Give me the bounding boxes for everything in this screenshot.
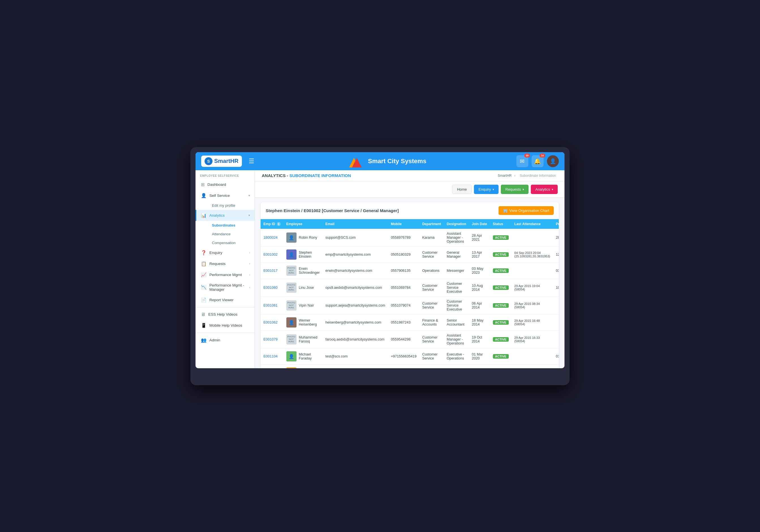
sidebar-item-label-ess-help: ESS Help Videos bbox=[208, 312, 237, 317]
cell-join-date: 01 Mar 2020 bbox=[469, 348, 490, 365]
view-org-chart-button[interactable]: 🏢 View Organisation Chart bbox=[499, 206, 554, 215]
email-notifications-button[interactable]: ✉ 39 bbox=[516, 155, 528, 167]
sidebar-item-mobile-help[interactable]: 📱 Mobile Help Videos bbox=[196, 320, 255, 331]
table-row[interactable]: E001109 👤 Jerish Jose jerish009@scs.com … bbox=[261, 365, 559, 368]
table-row[interactable]: E001104 👤 Michael Faraday test@scs.com +… bbox=[261, 348, 559, 365]
cell-designation: Accountant bbox=[444, 365, 469, 368]
subordinate-panel-header: Stephen Einstein / E001002 [Customer Ser… bbox=[261, 202, 559, 219]
avatar[interactable]: 👤 bbox=[547, 155, 559, 167]
sidebar-item-subordinates[interactable]: Subordinates bbox=[208, 221, 255, 230]
employee-name: Vipin Nair bbox=[299, 303, 314, 307]
sidebar-item-compensation[interactable]: Compensation bbox=[208, 239, 255, 247]
breadcrumb: SmartHR › Subordinate Information bbox=[498, 174, 558, 178]
page-title-suffix: SUBORDINATE INFORMATION bbox=[289, 173, 351, 178]
cell-designation: Assistant Manager - Operations bbox=[444, 331, 469, 348]
cell-department: Operations bbox=[419, 263, 444, 279]
perf-mgmt-icon: 📈 bbox=[201, 272, 207, 278]
col-last-attendance: Last Attendance bbox=[511, 219, 553, 229]
sidebar-item-self-service[interactable]: 👤 Self Service ▾ bbox=[196, 190, 255, 201]
org-chart-btn-label: View Organisation Chart bbox=[509, 208, 549, 213]
cell-join-date: 13 Apr 2017 bbox=[469, 246, 490, 263]
perf-mgmt-mgr-arrow: › bbox=[249, 286, 250, 289]
subordinate-table-container: Emp ID ℹ Employee Email Mobile Departmen… bbox=[261, 219, 559, 368]
cell-mobile: 0557906135 bbox=[388, 263, 419, 279]
sidebar-item-report-viewer[interactable]: 📄 Report Viewer bbox=[196, 294, 255, 305]
sidebar-item-perf-mgmt-mgr[interactable]: 📉 Performance Mgmt - Manager › bbox=[196, 280, 255, 294]
employee-cell: PHOTONOTAVAIL Linu Jose bbox=[286, 283, 320, 293]
sidebar-item-enquiry[interactable]: ❓ Enquiry › bbox=[196, 247, 255, 258]
sidebar-item-label-perf-mgmt-mgr: Performance Mgmt - Manager bbox=[210, 283, 246, 291]
table-row[interactable]: 1B00024 👤 Robin Rony support@SCS.com 055… bbox=[261, 229, 559, 246]
breadcrumb-home-link[interactable]: SmartHR bbox=[498, 174, 511, 178]
col-probation: Probation End Date bbox=[553, 219, 559, 229]
enquiry-btn-label: Enquiry bbox=[478, 187, 491, 192]
sidebar-item-requests[interactable]: 📋 Requests › bbox=[196, 258, 255, 269]
sidebar-item-admin[interactable]: 👥 Admin bbox=[196, 334, 255, 346]
emp-id-link[interactable]: 1B00024 bbox=[263, 236, 278, 240]
photo-placeholder: PHOTONOTAVAIL bbox=[286, 266, 297, 276]
sidebar-item-perf-mgmt[interactable]: 📈 Performance Mgmt › bbox=[196, 269, 255, 280]
cell-employee: PHOTONOTAVAIL Linu Jose bbox=[284, 279, 322, 297]
employee-cell: 👤 Werner Heisenberg bbox=[286, 317, 320, 328]
requests-arrow: › bbox=[249, 262, 250, 265]
cell-emp-id: E001017 bbox=[261, 263, 284, 279]
table-row[interactable]: E001079 PHOTONOTAVAIL Muhammed Farooq fa… bbox=[261, 331, 559, 348]
requests-button[interactable]: Requests ▾ bbox=[501, 185, 529, 194]
emp-id-link[interactable]: E001104 bbox=[263, 354, 278, 358]
sidebar-item-edit-profile[interactable]: Edit my profile bbox=[208, 201, 255, 210]
sidebar-item-attendance[interactable]: Attendance bbox=[208, 230, 255, 239]
table-row[interactable]: E001017 PHOTONOTAVAIL Erwin Schroedinger… bbox=[261, 263, 559, 279]
cell-join-date: 28 Apr 2021 bbox=[469, 229, 490, 246]
status-badge: ACTIVE bbox=[493, 320, 509, 325]
bell-badge: 14 bbox=[540, 154, 545, 157]
cell-designation: General Manager bbox=[444, 246, 469, 263]
bell-notifications-button[interactable]: 🔔 14 bbox=[532, 155, 544, 167]
sidebar-item-analytics[interactable]: 📊 Analytics ▾ bbox=[196, 210, 255, 221]
sidebar-item-label-self-service: Self Service bbox=[210, 194, 230, 198]
table-header-row: Emp ID ℹ Employee Email Mobile Departmen… bbox=[261, 219, 559, 229]
smarthr-logo[interactable]: S SmartHR bbox=[201, 155, 242, 167]
sidebar-item-dashboard[interactable]: ⊞ Dashboard bbox=[196, 179, 255, 190]
cell-probation-end: 12 Sep 2017 bbox=[553, 246, 559, 263]
table-row[interactable]: E001061 PHOTONOTAVAIL Vipin Nair support… bbox=[261, 297, 559, 315]
emp-id-link[interactable]: E001060 bbox=[263, 286, 278, 289]
employee-cell: 👤 Stephen Einstein bbox=[286, 249, 320, 260]
emp-id-link[interactable]: E001061 bbox=[263, 303, 278, 307]
cell-email: jerish009@scs.com bbox=[322, 365, 388, 368]
dashboard-icon: ⊞ bbox=[201, 182, 205, 187]
table-row[interactable]: E001062 👤 Werner Heisenberg heisenberg@s… bbox=[261, 315, 559, 331]
cell-join-date: 10 Aug 2014 bbox=[469, 279, 490, 297]
cell-status: ACTIVE bbox=[490, 229, 511, 246]
cell-last-attendance bbox=[511, 365, 553, 368]
cell-last-attendance bbox=[511, 263, 553, 279]
emp-id-link[interactable]: E001002 bbox=[263, 252, 278, 256]
employee-cell: PHOTONOTAVAIL Erwin Schroedinger bbox=[286, 266, 320, 276]
employee-cell: PHOTONOTAVAIL Muhammed Farooq bbox=[286, 334, 320, 344]
col-emp-id: Emp ID ℹ bbox=[261, 219, 284, 229]
analytics-button[interactable]: Analytics ▾ bbox=[531, 185, 558, 194]
cell-probation-end: 28 Jul 2021 bbox=[553, 229, 559, 246]
home-button[interactable]: Home bbox=[452, 185, 472, 194]
cell-department: Finance & Accounts bbox=[419, 315, 444, 331]
emp-id-link[interactable]: E001062 bbox=[263, 321, 278, 325]
cell-join-date: 18 May 2014 bbox=[469, 315, 490, 331]
cell-status: ACTIVE bbox=[490, 279, 511, 297]
emp-id-link[interactable]: E001079 bbox=[263, 337, 278, 341]
page-title-prefix: ANALYTICS - bbox=[262, 173, 289, 178]
cell-email: erwin@smartcitysystems.com bbox=[322, 263, 388, 279]
table-row[interactable]: E001002 👤 Stephen Einstein emp@smartcity… bbox=[261, 246, 559, 263]
hamburger-menu[interactable]: ☰ bbox=[247, 155, 257, 167]
cell-join-date: 19 Oct 2014 bbox=[469, 331, 490, 348]
logo-icon: S bbox=[205, 157, 213, 165]
col-email: Email bbox=[322, 219, 388, 229]
emp-id-link[interactable]: E001017 bbox=[263, 269, 278, 273]
cell-probation-end bbox=[553, 297, 559, 315]
cell-last-attendance: 04 Sep 2023 20:04 (25.1093281,55.3831953… bbox=[511, 246, 553, 263]
enquiry-button[interactable]: Enquiry ▾ bbox=[474, 185, 499, 194]
table-row[interactable]: E001060 PHOTONOTAVAIL Linu Jose ops9.aed… bbox=[261, 279, 559, 297]
sidebar: EMPLOYEE SELFSERVICE ⊞ Dashboard 👤 Self … bbox=[196, 170, 255, 368]
col-status: Status bbox=[490, 219, 511, 229]
sidebar-item-ess-help[interactable]: 🖥 ESS Help Videos bbox=[196, 309, 255, 320]
cell-join-date: 03 May 2023 bbox=[469, 263, 490, 279]
logo-area: S SmartHR ☰ bbox=[201, 155, 257, 167]
